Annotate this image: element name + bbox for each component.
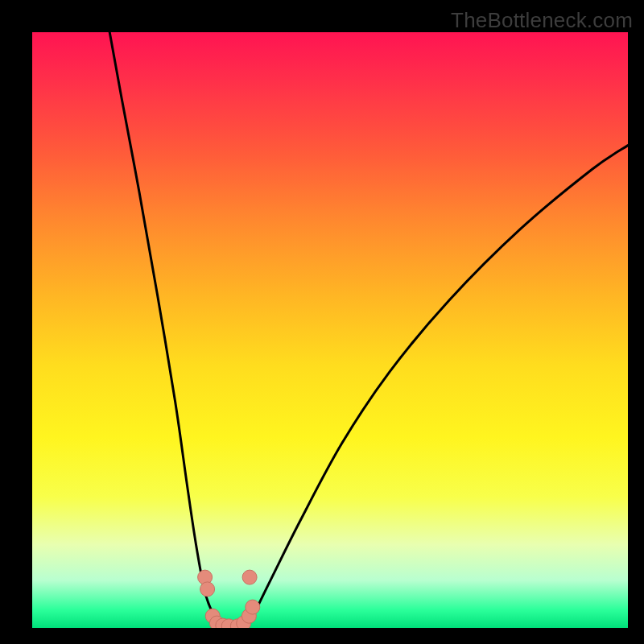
- bottleneck-curve-svg: [32, 32, 628, 628]
- plot-area: [32, 32, 628, 628]
- watermark-text: TheBottleneck.com: [451, 8, 633, 33]
- valley-marker: [200, 582, 215, 597]
- curve-right-branch: [244, 146, 628, 628]
- valley-marker: [242, 570, 257, 584]
- chart-frame: TheBottleneck.com: [0, 0, 644, 644]
- curve-left-branch: [109, 32, 220, 628]
- valley-marker: [246, 600, 260, 614]
